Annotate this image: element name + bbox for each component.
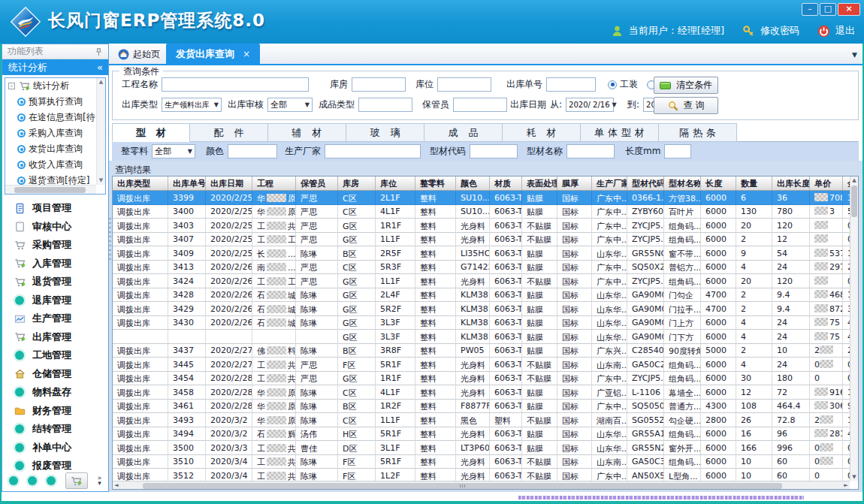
table-row[interactable]: 调拨出库34132020/2/26南...严思C区5R3F整料G71422606… [113,261,850,275]
tree-item-预算执行查询[interactable]: 预算执行查询 [5,94,96,110]
tree-item-发货出库查询[interactable]: 发货出库查询 [5,141,96,157]
sidebar-item-出库管理[interactable]: 出库管理 [4,328,107,347]
sidebar-item-结转管理[interactable]: 结转管理 [4,420,107,439]
sidebar-item-审核中心[interactable]: 审核中心 [4,218,107,237]
grid-vertical-scrollbar[interactable]: ▲ ▼ [850,177,858,481]
date-from-picker[interactable]: 2020/ 2/16▼ [566,98,614,112]
column-header[interactable]: 工程 [252,177,296,190]
material-tab-耗材[interactable]: 耗材 [503,123,581,142]
sidebar-item-财务管理[interactable]: 财务管理 [4,402,107,421]
audit-select[interactable]: 全部▼ [267,98,313,112]
project-name-input[interactable] [162,77,309,92]
column-header[interactable]: 型材代码 [627,177,664,190]
table-row[interactable]: 调拨出库34032020/2/25工共工程严思G区1R1F整料光身料6063-T… [113,219,850,233]
collapse-icon[interactable]: « [97,59,103,75]
column-header[interactable]: 保管员 [296,177,338,190]
sidebar-item-报废管理[interactable]: 报废管理 [4,457,107,472]
material-tab-单体型材[interactable]: 单体型材 [581,123,659,142]
sidebar-group-header[interactable]: 统计分析 « [2,59,108,75]
sidebar-item-项目管理[interactable]: 项目管理 [4,199,107,218]
tree-expander-icon[interactable]: - [8,83,15,89]
column-header[interactable]: 整零料 [415,177,456,190]
product-type-input[interactable] [358,98,412,112]
length-input[interactable] [664,144,691,158]
tab-list-dropdown-icon[interactable]: ▼ [852,51,857,59]
module-dot-icon[interactable] [47,476,56,485]
search-button[interactable]: 查 询 [654,97,718,114]
scroll-up-icon[interactable]: ▲ [850,177,858,184]
cart-module-button[interactable] [65,472,88,489]
table-row[interactable]: 调拨出库35122020/3/4工共工程陈琳F区1L2F整料光身料6063-T5… [113,469,850,481]
tree-item-采购入库查询[interactable]: 采购入库查询 [5,125,96,141]
material-tab-隔热条[interactable]: 隔热条 [659,123,737,142]
location-input[interactable] [437,77,491,92]
sidebar-item-入库管理[interactable]: 入库管理 [4,255,107,273]
column-header[interactable]: 生产厂家 [592,177,627,190]
scroll-right-icon[interactable]: ► [842,482,850,489]
table-row[interactable]: 调拨出库34542020/2/28工共工程严思G区1R1F整料光身料6063-T… [113,372,850,386]
column-header[interactable]: 表面处理 [522,177,557,190]
more-modules-button[interactable]: »▾ [98,475,102,486]
sidebar-item-退库管理[interactable]: 退库管理 [4,291,107,310]
logout-link[interactable]: 退出 [835,24,855,38]
column-header[interactable]: 库房 [338,177,376,190]
column-header[interactable]: 长度 [701,177,736,190]
table-row[interactable]: G区3L3F整料KLM38176063-T5贴膜国标山东华...GA90M09.… [113,330,850,344]
table-row[interactable]: 调拨出库34002020/2/25华原...严思C区4L1F整料SU10...6… [113,205,850,219]
table-row[interactable]: 调拨出库34612020/2/28华原...陈琳B区1R2F整料F8877FT6… [113,400,850,414]
close-button[interactable]: × [838,3,860,16]
minimize-button[interactable]: – [802,3,818,16]
column-header[interactable]: 材质 [490,177,522,190]
radio-work-label[interactable]: 工装 [620,78,638,91]
order-no-input[interactable] [546,77,596,92]
sidebar-item-生产管理[interactable]: 生产管理 [4,309,107,328]
scroll-left-icon[interactable]: ◄ [113,482,120,489]
column-header[interactable]: 出库类型 [113,177,168,190]
material-tab-玻璃[interactable]: 玻璃 [346,123,424,142]
scrollbar-thumb[interactable] [851,186,857,217]
radio-work-decoration[interactable] [608,80,617,89]
sidebar-item-补单中心[interactable]: 补单中心 [4,439,107,457]
profile-name-input[interactable] [566,144,615,158]
profile-code-input[interactable] [470,144,518,158]
sidebar-item-采购管理[interactable]: 采购管理 [4,236,107,255]
module-dot-icon[interactable] [9,476,18,485]
manufacturer-input[interactable] [325,144,421,158]
material-tab-配件[interactable]: 配件 [190,123,268,142]
whole-piece-select[interactable]: 全部▼ [152,144,195,158]
maximize-button[interactable]: □ [820,3,836,16]
table-row[interactable]: 调拨出库33992020/2/25华原...严思C区2L1F整料SU10...6… [113,191,850,205]
sidebar-item-工地管理[interactable]: 工地管理 [4,346,107,365]
scroll-up-icon[interactable]: ▲ [97,78,105,86]
column-header[interactable]: 库位 [376,177,415,190]
table-row[interactable]: 调拨出库34452020/2/27工共工程严思F区5R1F整料光身料6063-T… [113,358,850,372]
table-row[interactable]: 调拨出库34372020/2/27佛料...陈琳B区3R8F整料PW056063… [113,344,850,358]
tab-close-icon[interactable]: × [243,49,250,59]
column-header[interactable]: 颜色 [456,177,490,190]
tree-vertical-scrollbar[interactable]: ▲ ▼ [96,78,105,185]
sidebar-item-仓储管理[interactable]: 仓储管理 [4,365,107,384]
table-row[interactable]: 调拨出库34072020/2/25工工程严思G区1L1F整料光身料6063-T5… [113,233,850,247]
material-tab-辅材[interactable]: 辅材 [268,123,346,142]
scrollbar-thumb[interactable] [143,483,782,489]
scrollbar-thumb[interactable] [14,187,86,193]
color-input[interactable] [228,144,277,158]
out-type-select[interactable]: 生产领料出库▼ [162,98,222,112]
table-row[interactable]: 调拨出库34932020/3/2华原...陈琳C区1L1F整料黑色塑料不贴膜国标… [113,413,850,427]
warehouse-input[interactable] [352,77,406,92]
table-row[interactable]: 调拨出库34582020/2/28华原...陈琳C区4L1F整料光身料6063-… [113,385,850,400]
table-row[interactable]: 调拨出库35102020/3/4工共工程陈琳F区5R1F整料光身料6063-T5… [113,455,850,469]
table-row[interactable]: 调拨出库34092020/2/25长...陈琳B区2R5F整料LI35HO606… [113,246,850,261]
table-row[interactable]: 调拨出库34942020/3/2石辉城汤伟H区5R1F整料光身料6063-T5贴… [113,427,850,442]
tree-item-退货查询[待定][interactable]: 退货查询[待定] [5,173,96,185]
keeper-input[interactable] [453,98,507,112]
sidebar-item-退货管理[interactable]: 退货管理 [4,273,107,291]
column-header[interactable]: 数量 [736,177,772,190]
scroll-down-icon[interactable]: ▼ [850,473,858,481]
pin-icon[interactable] [95,47,104,56]
material-tab-成品[interactable]: 成品 [424,123,503,142]
tree-item-收货入库查询[interactable]: 收货入库查询 [5,157,96,173]
grid-horizontal-scrollbar[interactable]: ◄ ► [113,481,850,489]
table-row[interactable]: 调拨出库34302020/2/26石城陈琳G区3L3F整料KLM38176063… [113,316,850,330]
module-dot-icon[interactable] [28,476,37,485]
